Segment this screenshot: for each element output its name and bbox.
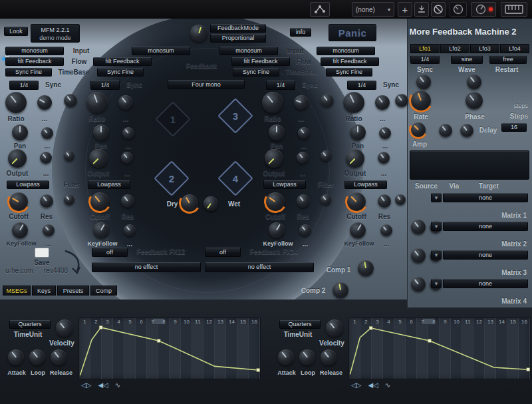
mod-knob[interactable] xyxy=(379,127,391,139)
delay2-pan-knob[interactable] xyxy=(93,124,109,140)
delay1-flow-select[interactable]: filt Feedback xyxy=(5,57,64,66)
mod-knob[interactable] xyxy=(467,75,481,89)
mod-knob[interactable] xyxy=(64,194,74,205)
midi-activity-button[interactable] xyxy=(471,2,496,17)
mseg2-velocity-knob[interactable] xyxy=(326,319,343,337)
delay1-output-knob[interactable] xyxy=(8,149,27,168)
envelope-handle[interactable] xyxy=(428,339,432,343)
delay4-output-knob[interactable] xyxy=(346,149,364,168)
mseg1-loop-knob[interactable] xyxy=(29,349,45,365)
delay3-timebase-select[interactable]: 1/4 xyxy=(266,81,295,90)
tab-keys[interactable]: Keys xyxy=(32,286,56,296)
delay2-fine-knob[interactable] xyxy=(118,95,133,110)
mod-knob[interactable] xyxy=(124,224,136,236)
tab-presets[interactable]: Presets xyxy=(57,286,89,296)
import-button[interactable] xyxy=(414,2,429,17)
delay1-syncmode-select[interactable]: Sync Fine xyxy=(5,68,52,77)
matrix2-target-select[interactable]: none xyxy=(443,222,528,231)
disable-button[interactable] xyxy=(431,2,446,17)
matrix4-target-select[interactable]: none xyxy=(443,279,528,288)
tab-msegs[interactable]: MSEGs xyxy=(3,286,31,296)
mseg2-attack-knob[interactable] xyxy=(278,349,294,365)
matrix1-source-button[interactable]: ▾ xyxy=(431,193,442,202)
delay3-keyfollow-knob[interactable] xyxy=(269,222,285,238)
info-button[interactable]: info xyxy=(290,28,311,37)
lfo-tab-1[interactable]: Lfo1 xyxy=(410,44,440,53)
mod-knob[interactable] xyxy=(395,194,406,205)
delay1-pan-knob[interactable] xyxy=(12,124,28,140)
delay-mode-select[interactable]: Four mono xyxy=(168,80,245,89)
virtual-keyboard-button[interactable] xyxy=(501,2,527,17)
delay3-syncmode-select[interactable]: Sync Fine xyxy=(233,68,279,77)
mod-knob[interactable] xyxy=(378,152,390,164)
delay1-timebase-select[interactable]: 1/4 xyxy=(9,81,39,90)
delay4-pan-knob[interactable] xyxy=(350,124,366,140)
preset-select[interactable]: (none) ▾ xyxy=(352,2,394,17)
save-led[interactable] xyxy=(35,248,49,258)
envelope-handle[interactable] xyxy=(369,326,372,329)
mod-knob[interactable] xyxy=(416,75,431,89)
delay2-res-knob[interactable] xyxy=(121,194,134,208)
panic-button[interactable]: Panic xyxy=(329,24,376,41)
delay4-timebase-select[interactable]: 1/4 xyxy=(347,81,376,90)
mseg1-velocity-knob[interactable] xyxy=(56,319,73,337)
delay1-keyfollow-knob[interactable] xyxy=(12,222,28,238)
wave-mode-icon[interactable]: ∿ xyxy=(115,381,120,389)
mseg2-envelope[interactable] xyxy=(349,325,530,378)
delay2-keyfollow-knob[interactable] xyxy=(93,222,109,238)
fx34-effect-select[interactable]: no effect xyxy=(205,262,314,272)
delay2-filtertype-select[interactable]: Lowpass xyxy=(88,180,130,189)
mod-knob[interactable] xyxy=(122,127,134,139)
envelope-handle[interactable] xyxy=(99,326,102,329)
step-back-icon[interactable]: ◀◁ xyxy=(98,381,108,389)
delay4-flow-select[interactable]: filt Feedback xyxy=(321,57,379,66)
delay2-output-knob[interactable] xyxy=(89,149,108,168)
delay3-cutoff-knob[interactable] xyxy=(266,192,285,211)
mseg1-attack-knob[interactable] xyxy=(8,349,24,365)
loop-markers-icon[interactable]: ◁▷ xyxy=(351,381,361,389)
feedback-mode-knob[interactable] xyxy=(190,25,207,42)
matrix3-source-button[interactable]: ▾ xyxy=(431,250,442,260)
matrix3-depth-knob[interactable] xyxy=(411,277,426,292)
lfo-wave-select[interactable]: sine xyxy=(451,55,483,64)
mseg1-envelope[interactable] xyxy=(79,325,260,378)
midi-learn-button[interactable] xyxy=(450,2,467,17)
envelope-handle[interactable] xyxy=(157,339,160,343)
mod-knob[interactable] xyxy=(121,152,133,164)
delay1-input-select[interactable]: monosum xyxy=(5,47,64,55)
mod-knob[interactable] xyxy=(64,94,77,107)
delay3-output-knob[interactable] xyxy=(265,149,283,168)
lfo-restart-select[interactable]: free xyxy=(489,55,527,64)
fx12-effect-select[interactable]: no effect xyxy=(92,262,201,272)
matrix4-source-button[interactable]: ▾ xyxy=(431,279,442,288)
mseg2-release-knob[interactable] xyxy=(321,349,336,365)
delay2-input-select[interactable]: monosum xyxy=(132,47,190,55)
mod-knob[interactable] xyxy=(299,224,311,236)
delay4-keyfollow-knob[interactable] xyxy=(350,222,366,238)
step-back-icon[interactable]: ◀◁ xyxy=(368,381,378,389)
matrix2-source-button[interactable]: ▾ xyxy=(431,222,442,231)
feedback-mode-select[interactable]: Proportional xyxy=(210,34,266,43)
delay1-cutoff-knob[interactable] xyxy=(9,192,28,211)
delay4-res-knob[interactable] xyxy=(378,194,391,208)
mod-knob[interactable] xyxy=(297,152,309,164)
delay1-ratio-knob[interactable] xyxy=(5,92,27,113)
matrix2-depth-knob[interactable] xyxy=(411,248,426,263)
lfo-tab-4[interactable]: Lfo4 xyxy=(500,44,529,53)
lfo-steps-select[interactable]: 16 xyxy=(501,123,527,132)
delay3-input-select[interactable]: monosum xyxy=(219,47,278,55)
envelope-handle[interactable] xyxy=(527,368,530,371)
delay2-syncmode-select[interactable]: Sync Fine xyxy=(97,68,144,77)
mseg2-loop-knob[interactable] xyxy=(299,349,315,365)
comp1-knob[interactable] xyxy=(358,260,374,276)
mseg1-timeunit-select[interactable]: Quarters xyxy=(9,320,51,329)
delay3-pan-knob[interactable] xyxy=(269,124,285,140)
delay3-fine-knob[interactable] xyxy=(294,95,309,110)
loop-markers-icon[interactable]: ◁▷ xyxy=(81,381,91,389)
delay3-ratio-knob[interactable] xyxy=(262,92,283,113)
mod-knob[interactable] xyxy=(395,94,408,107)
delay1-fine-knob[interactable] xyxy=(37,95,52,110)
add-button[interactable]: + xyxy=(398,2,412,17)
routing-button[interactable] xyxy=(310,2,330,17)
delay3-res-knob[interactable] xyxy=(297,194,310,208)
